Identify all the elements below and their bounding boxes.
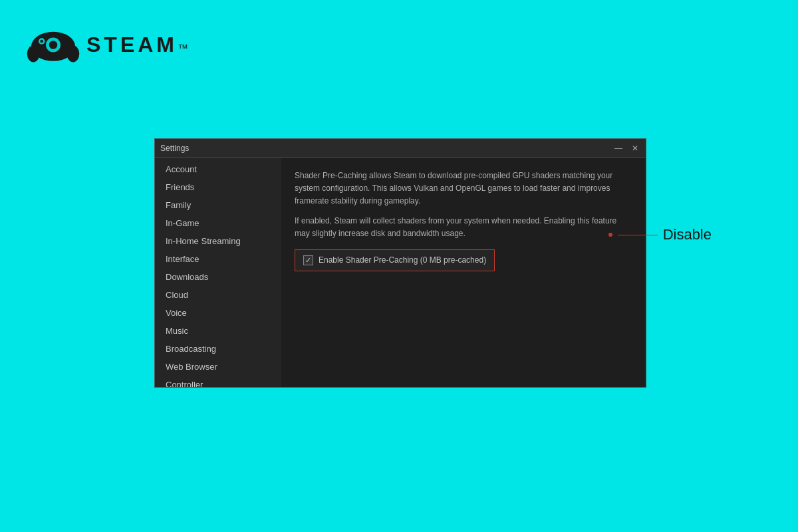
window-body: Account Friends Family In-Game In-Home S… [155,158,646,387]
sidebar-item-friends[interactable]: Friends [155,178,281,196]
description-paragraph-2: If enabled, Steam will collect shaders f… [295,215,632,240]
disable-label: Disable [663,226,712,243]
annotation-line [618,235,658,235]
sidebar-item-broadcasting[interactable]: Broadcasting [155,340,281,358]
title-bar-controls: — ✕ [612,144,640,152]
sidebar-item-in-home-streaming[interactable]: In-Home Streaming [155,232,281,250]
svg-point-6 [40,40,43,43]
sidebar-item-controller[interactable]: Controller [155,376,281,387]
sidebar-item-in-game[interactable]: In-Game [155,214,281,232]
sidebar-item-music[interactable]: Music [155,322,281,340]
disable-annotation: Disable [608,226,712,243]
steam-logo: STEAM™ [27,27,188,63]
checkbox-box[interactable]: ✓ [303,255,313,265]
checkmark-icon: ✓ [305,257,311,264]
title-bar: Settings — ✕ [155,139,646,158]
window-title: Settings [160,144,189,153]
description-block: Shader Pre-Caching allows Steam to downl… [295,170,632,240]
close-button[interactable]: ✕ [630,144,640,152]
settings-window: Settings — ✕ Account Friends Family In-G… [154,138,646,388]
svg-point-4 [49,41,58,49]
sidebar-item-account[interactable]: Account [155,160,281,178]
sidebar: Account Friends Family In-Game In-Home S… [155,158,281,387]
sidebar-item-family[interactable]: Family [155,196,281,214]
shader-precaching-checkbox-row[interactable]: ✓ Enable Shader Pre-Caching (0 MB pre-ca… [295,249,495,271]
minimize-button[interactable]: — [612,144,624,152]
description-paragraph-1: Shader Pre-Caching allows Steam to downl… [295,170,632,208]
steam-logo-text: STEAM™ [86,33,188,57]
svg-point-1 [27,45,40,62]
checkbox-label: Enable Shader Pre-Caching (0 MB pre-cach… [319,255,486,265]
sidebar-item-interface[interactable]: Interface [155,250,281,268]
main-content: Shader Pre-Caching allows Steam to downl… [281,158,646,387]
annotation-dot [608,233,612,237]
sidebar-item-downloads[interactable]: Downloads [155,268,281,286]
sidebar-item-cloud[interactable]: Cloud [155,286,281,304]
sidebar-item-web-browser[interactable]: Web Browser [155,358,281,376]
steam-logo-icon [27,27,80,63]
svg-point-2 [66,45,79,62]
sidebar-item-voice[interactable]: Voice [155,304,281,322]
